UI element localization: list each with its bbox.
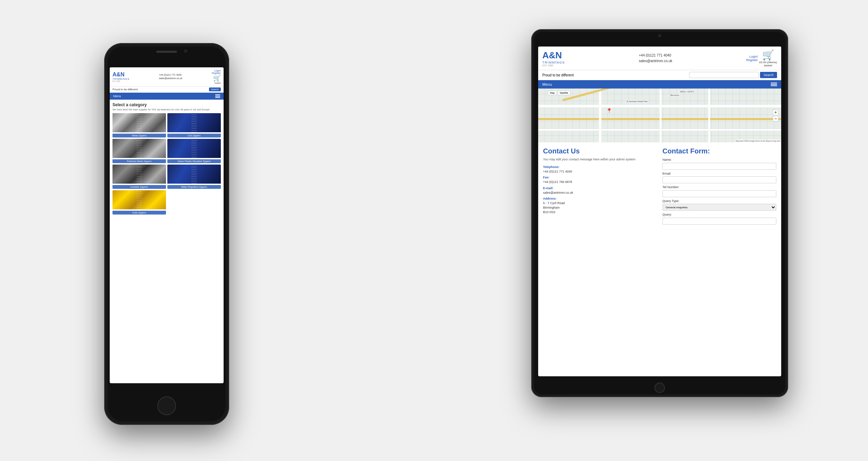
tablet-logo-sub: TRIMMINGS [542,61,565,64]
phone-zip-invisible[interactable]: Invisible Zippers [112,165,166,189]
phone-category-title: Select a category [112,102,221,107]
phone-zip-polished[interactable]: Polished Metal Zippers [112,139,166,163]
contact-form-title: Contact Form: [662,147,776,155]
phone-header-right: Login/ Register 🛒 basket [212,69,221,84]
contact-address-value: 5 - 7 Cyril Road Birmingham B10 0SS [543,201,657,214]
tablet-device: A&N TRIMMINGS EST 1968 +44 (0)121 771 40… [531,29,788,397]
phone-zip-plastic[interactable]: Vision Plastic Moulded Zippers [167,139,221,163]
phone-zip-coil[interactable]: Coil Zippers [167,113,221,137]
tablet-phone-number: +44 (0)121 771 4040 [639,53,672,58]
phone-basket-icon[interactable]: 🛒 [213,74,221,82]
tablet-search-button[interactable]: Search [760,72,777,78]
tablet-contact-form: Contact Form: Name: Email: Tel Number: Q… [662,147,776,225]
form-query-input[interactable] [662,218,776,225]
phone-zip-water[interactable]: Water Repellent Zippers [167,165,221,189]
map-tab-map[interactable]: Map [548,91,557,95]
phone-search-button[interactable]: Search [209,87,221,91]
phone-zip-metal-label: Metal Zippers [112,134,166,137]
tablet-logo-main: A&N [542,50,565,61]
phone-screen: A&N TRIMMINGS EST 1968 +44 (0)121 771 40… [110,67,224,383]
phone-home-button[interactable] [157,396,176,415]
phone-hamburger-icon[interactable] [215,94,220,98]
form-query-type-label: Query Type: [662,199,776,203]
tablet-basket-amount[interactable]: £0.00 (0items) [759,61,777,64]
phone-category-subtitle: We have been the main supplier for YKK z… [112,108,221,111]
phone-site-header: A&N TRIMMINGS EST 1968 +44 (0)121 771 40… [110,67,224,86]
phone-device: A&N TRIMMINGS EST 1968 +44 (0)121 771 40… [104,43,229,425]
tablet-contact-us: Contact Us You may edit your contact mes… [543,147,657,225]
phone-zip-gold-label: Gold Zippers [112,211,166,215]
map-road-v2 [660,89,661,142]
phone-tagline: Proud to be different [112,88,137,91]
phone-zip-metal[interactable]: Metal Zippers [112,113,166,137]
contact-email-value: sales@antrimm.co.uk [543,191,657,195]
main-scene: A&N TRIMMINGS EST 1968 +44 (0)121 771 40… [52,22,816,439]
phone-menu-label[interactable]: Menu [113,94,121,98]
phone-logo-est: EST 1968 [112,80,130,82]
phone-zip-coil-label: Coil Zippers [167,134,221,137]
tablet-header-right: Login/ Register 🛒 £0.00 (0items) basket [746,49,777,67]
contact-fax-label: Fax: [543,176,657,179]
tablet-site-header: A&N TRIMMINGS EST 1968 +44 (0)121 771 40… [538,47,781,70]
tablet-menu-label[interactable]: Menu [542,82,552,86]
phone-camera [184,49,187,53]
map-road-v1 [599,89,601,142]
phone-register-label[interactable]: Register [212,72,221,74]
form-name-input[interactable] [662,163,776,170]
tablet-logo-est: EST 1968 [542,64,565,67]
tablet-register-label[interactable]: Register [746,58,758,62]
tablet-search-input[interactable] [689,72,759,78]
phone-zip-water-label: Water Repellent Zippers [167,185,221,189]
contact-tel-label: Telephone: [543,165,657,169]
form-email-input[interactable] [662,176,776,183]
contact-us-desc: You may edit your contact message here w… [543,157,657,162]
tablet-tagline-bar: Proud to be different Search [538,70,781,80]
phone-main-content: Select a category We have been the main … [110,100,224,217]
tablet-tagline: Proud to be different [542,73,574,77]
phone-zip-gold[interactable]: Gold Zippers [112,190,166,215]
map-label-smallheath: SMALL HEATH [679,91,695,93]
phone-tagline-bar: Proud to be different Search [110,86,224,93]
phone-speaker [156,51,177,53]
form-name-label: Name: [662,158,776,161]
form-query-type-select[interactable]: General enquiries Product enquiry Order … [662,204,776,211]
phone-menu-bar: Menu [110,93,224,100]
contact-email-label: E-mail: [543,186,657,190]
tablet-screen: A&N TRIMMINGS EST 1968 +44 (0)121 771 40… [538,47,781,376]
tablet-email: sales@antrimm.co.uk [639,58,672,64]
map-label-morrisons: Morrisons [669,94,680,96]
contact-address-label: Address: [543,197,657,200]
tablet-basket-icon[interactable]: 🛒 [762,49,774,61]
phone-zip-invisible-label: Invisible Zippers [112,185,166,189]
tablet-map: SMALL HEATH Morrisons St Andrews Retail … [538,89,781,142]
phone-zip-grid: Metal Zippers Coil Zippers Polished Meta… [112,113,221,215]
form-email-label: Email: [662,172,776,175]
form-tel-input[interactable] [662,190,776,197]
tablet-contact-info: +44 (0)121 771 4040 sales@antrimm.co.uk [639,53,672,64]
contact-fax-value: +44 (0)121 766 6878 [543,180,657,184]
phone-login-label[interactable]: Login/ [214,69,221,72]
map-view-tabs: Map Satellite [548,91,570,95]
map-zoom-in[interactable]: + [773,110,778,115]
phone-logo-sub: TRIMMINGS [112,78,130,80]
phone-contact-info: +44 (0)121 771 4040 sales@antrimm.co.uk [159,73,182,80]
tablet-login-label[interactable]: Login/ [749,55,758,58]
form-tel-label: Tel Number: [662,185,776,189]
map-tab-satellite[interactable]: Satellite [558,91,570,95]
tablet-logo: A&N TRIMMINGS EST 1968 [542,50,565,67]
phone-logo: A&N TRIMMINGS EST 1968 [112,72,130,82]
phone-email: sales@antrimm.co.uk [159,77,182,80]
map-footer: Map data ©2018 Google Terms of Use Repor… [735,140,781,142]
tablet-basket-label[interactable]: basket [764,64,773,67]
phone-basket-text[interactable]: basket [215,82,221,84]
phone-zip-plastic-label: Vision Plastic Moulded Zippers [167,159,221,163]
tablet-search-bar: Search [689,72,777,78]
tablet-menu-bar: Menu [538,80,781,89]
phone-logo-main: A&N [112,72,130,78]
map-label-standers: St Andrews Retail Park [626,100,648,102]
map-zoom-out[interactable]: − [773,116,778,121]
tablet-contact-section: Contact Us You may edit your contact mes… [538,142,781,229]
tablet-home-button[interactable] [654,383,665,393]
tablet-hamburger-icon[interactable] [771,83,777,86]
contact-us-title: Contact Us [543,147,657,155]
